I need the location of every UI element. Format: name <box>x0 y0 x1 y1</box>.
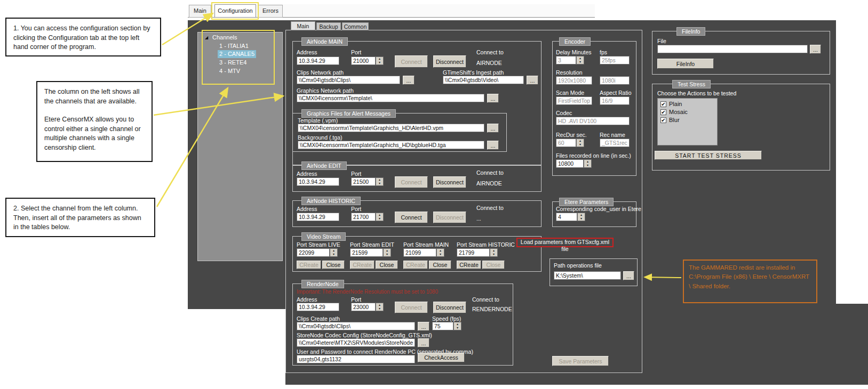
stream-live-port-input[interactable] <box>297 248 330 257</box>
airnode-historic-port-input[interactable] <box>351 213 376 221</box>
encoder-recdur-input[interactable] <box>556 139 576 147</box>
stream-live-create-button[interactable]: CReate <box>297 261 321 269</box>
stream-main-create-button[interactable]: CReate <box>403 261 428 269</box>
alert-background-browse-button[interactable]: ... <box>487 141 499 150</box>
stream-main-close-button[interactable]: Close <box>429 261 451 269</box>
tree-expander-icon[interactable]: ◢ <box>205 36 208 40</box>
checkbox-mosaic-check-icon[interactable]: ✔ <box>660 109 666 115</box>
alert-template-browse-button[interactable]: ... <box>487 124 499 133</box>
stream-main-port-spinner[interactable] <box>436 248 444 257</box>
action-row-plain[interactable]: ✔ Plain <box>660 101 714 107</box>
rendernode-disconnect-button[interactable]: Disconnect <box>433 302 466 313</box>
encoder-delay-input[interactable] <box>556 56 576 64</box>
rendernode-port-spinner[interactable] <box>376 303 384 311</box>
encoder-resolution-input[interactable] <box>556 76 592 85</box>
etere-code-user-input[interactable] <box>556 213 577 221</box>
rendernode-storenode-input[interactable] <box>297 338 415 347</box>
rendernode-speed-input[interactable] <box>432 322 453 330</box>
rendernode-checkaccess-button[interactable]: CheckAccess <box>418 353 465 362</box>
rendernode-address-input[interactable] <box>297 303 339 311</box>
tree-item-channel-3[interactable]: 3 - RETE4 <box>219 59 246 67</box>
fileinfo-button[interactable]: FileInfo <box>657 59 714 69</box>
load-parameters-button[interactable]: Load parameters from GTSxcfg.xml file <box>516 238 614 247</box>
airnode-edit-address-input[interactable] <box>297 177 339 186</box>
stream-historic-close-button[interactable]: Close <box>482 261 505 269</box>
stream-live-port-spinner[interactable] <box>330 248 338 257</box>
stream-historic-port-spinner[interactable] <box>490 248 498 257</box>
tab-errors[interactable]: Errors <box>258 5 283 18</box>
tree-item-channel-1[interactable]: 1 - ITALIA1 <box>219 42 249 50</box>
airnode-main-ingest-browse-button[interactable]: ... <box>527 76 538 85</box>
start-test-stress-button[interactable]: START TEST STRESS <box>655 151 762 160</box>
encoder-aspect-input[interactable] <box>600 96 630 105</box>
airnode-main-clips-input[interactable] <box>297 76 400 84</box>
airnode-main-graphics-label: Graphics Network path <box>297 87 354 94</box>
airnode-main-address-input[interactable] <box>297 56 339 65</box>
checkbox-plain-check-icon[interactable]: ✔ <box>660 101 666 107</box>
save-parameters-button[interactable]: Save Parameters <box>552 356 609 366</box>
alert-background-input[interactable] <box>298 141 484 149</box>
airnode-edit-connect-button[interactable]: Connect <box>395 176 428 188</box>
encoder-files-input[interactable] <box>556 159 584 168</box>
stream-edit-create-button[interactable]: CReate <box>350 261 375 269</box>
rendernode-userpass-input[interactable] <box>297 355 415 363</box>
stream-edit-port-input[interactable] <box>350 248 383 257</box>
encoder-codec-input[interactable] <box>556 117 630 125</box>
rendernode-clips-browse-button[interactable]: ... <box>418 322 429 331</box>
airnode-historic-port-spinner[interactable] <box>376 213 384 221</box>
inner-tab-common[interactable]: Common <box>342 22 369 30</box>
encoder-scan-input[interactable] <box>556 96 592 105</box>
airnode-historic-disconnect-button[interactable]: Disconnect <box>433 212 466 223</box>
airnode-historic-address-input[interactable] <box>297 213 339 221</box>
fileinfo-file-input[interactable] <box>657 45 808 53</box>
action-row-blur[interactable]: ✔ Blur <box>660 117 714 123</box>
airnode-edit-port-spinner[interactable] <box>376 177 384 186</box>
stream-live-close-button[interactable]: Close <box>322 261 345 269</box>
airnode-main-target: AIRNODE <box>476 60 502 66</box>
tab-configuration[interactable]: Configuration <box>214 4 256 18</box>
alert-template-input[interactable] <box>298 124 484 132</box>
encoder-recdur-label: RecDur sec. <box>556 132 587 138</box>
rendernode-connect-button[interactable]: Connect <box>395 302 428 313</box>
rendernode-speed-spinner[interactable] <box>453 322 461 330</box>
airnode-main-ingest-input[interactable] <box>443 76 524 84</box>
encoder-files-spinner[interactable] <box>584 159 592 168</box>
rendernode-port-input[interactable] <box>351 303 376 311</box>
rendernode-storenode-browse-button[interactable]: ... <box>418 338 429 347</box>
action-row-mosaic[interactable]: ✔ Mosaic <box>660 109 714 115</box>
airnode-main-port-spinner[interactable] <box>376 56 384 65</box>
checkbox-blur-check-icon[interactable]: ✔ <box>660 117 666 123</box>
etere-code-user-spinner[interactable] <box>577 213 585 221</box>
stream-main-port-input[interactable] <box>403 248 436 257</box>
stream-historic-port-input[interactable] <box>457 248 490 257</box>
airnode-edit-disconnect-button[interactable]: Disconnect <box>433 176 466 188</box>
airnode-edit-port-input[interactable] <box>351 177 376 186</box>
tab-main[interactable]: Main <box>189 5 211 18</box>
stream-edit-close-button[interactable]: Close <box>376 261 398 269</box>
stream-edit-port-spinner[interactable] <box>383 248 391 257</box>
tree-item-channel-2[interactable]: 2 - CANALE5 <box>218 50 256 58</box>
encoder-recname-input[interactable] <box>600 139 630 147</box>
airnode-main-clips-browse-button[interactable]: ... <box>403 76 415 85</box>
inner-tab-main[interactable]: Main <box>291 21 315 30</box>
encoder-delay-spinner[interactable] <box>576 56 584 64</box>
test-stress-listbox[interactable]: ✔ Plain ✔ Mosaic ✔ Blur <box>657 98 718 145</box>
airnode-main-disconnect-button[interactable]: Disconnect <box>433 55 466 68</box>
stream-historic-create-button[interactable]: CReate <box>457 261 481 269</box>
airnode-historic-connect-button[interactable]: Connect <box>395 212 428 223</box>
airnode-main-graphics-input[interactable] <box>297 94 484 102</box>
tree-root-channels[interactable]: Channels <box>212 34 237 42</box>
fileinfo-browse-button[interactable]: ... <box>810 45 821 54</box>
encoder-resolution-mode-input[interactable] <box>600 76 630 85</box>
inner-tab-backup[interactable]: Backup <box>316 22 341 30</box>
encoder-recdur-spinner[interactable] <box>576 139 584 147</box>
airnode-main-connect-button[interactable]: Connect <box>395 55 428 68</box>
tree-item-channel-4[interactable]: 4 - MTV <box>219 67 240 75</box>
airnode-main-title: AirNode MAIN <box>301 37 348 46</box>
path-operations-browse-button[interactable]: ... <box>623 271 634 280</box>
airnode-main-port-input[interactable] <box>351 56 376 65</box>
rendernode-clips-input[interactable] <box>297 322 415 330</box>
airnode-main-graphics-browse-button[interactable]: ... <box>487 94 499 103</box>
path-operations-input[interactable] <box>554 271 621 280</box>
encoder-fps-input[interactable] <box>600 56 630 64</box>
